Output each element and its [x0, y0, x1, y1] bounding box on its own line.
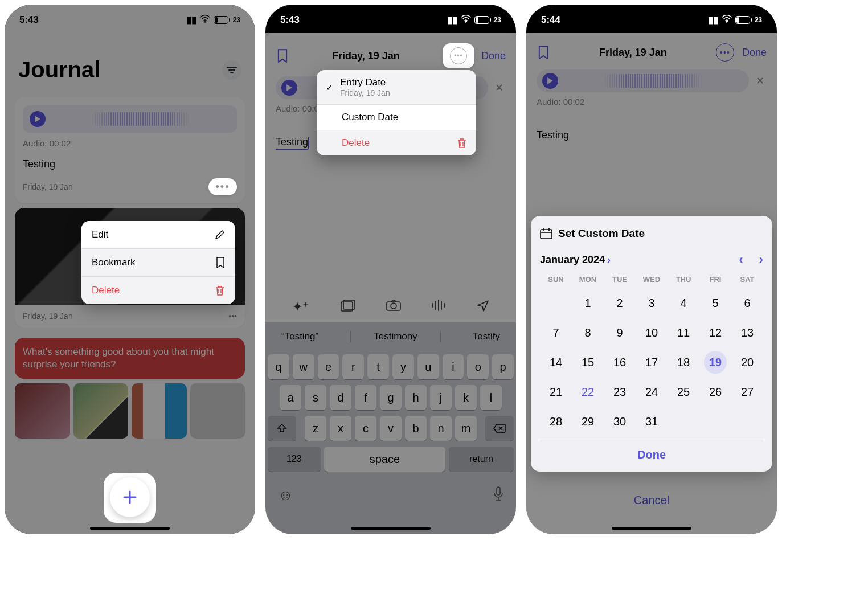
play-button[interactable] [281, 80, 297, 96]
suggestion[interactable]: Testify [473, 331, 500, 342]
calendar-day[interactable]: 24 [636, 379, 668, 404]
calendar-day[interactable]: 29 [572, 409, 604, 434]
journal-entry-card[interactable]: Audio: 00:02 Testing Friday, 19 Jan ••• [15, 97, 245, 203]
photo-thumbnail[interactable] [132, 383, 187, 439]
home-indicator[interactable] [90, 527, 170, 530]
cancel-button[interactable]: Cancel [526, 494, 777, 507]
menu-item-delete[interactable]: Delete [317, 130, 476, 155]
suggestion[interactable]: Testimony [350, 331, 441, 342]
calendar-day[interactable]: 31 [636, 409, 668, 434]
calendar-day[interactable]: 15 [572, 350, 604, 375]
month-picker-button[interactable]: January 2024 › [540, 254, 611, 266]
calendar-day[interactable]: 25 [668, 379, 699, 404]
menu-item-entry-date[interactable]: ✓ Entry Date Friday, 19 Jan [317, 70, 476, 105]
key-f[interactable]: f [355, 385, 376, 410]
calendar-day[interactable]: 12 [699, 320, 731, 345]
key-n[interactable]: n [430, 416, 452, 441]
calendar-day[interactable]: 21 [540, 379, 572, 404]
key-r[interactable]: r [342, 354, 364, 379]
space-key[interactable]: space [324, 447, 446, 472]
key-g[interactable]: g [380, 385, 402, 410]
calendar-day[interactable]: 26 [699, 379, 731, 404]
calendar-day[interactable]: 27 [731, 379, 763, 404]
calendar-day[interactable]: 8 [572, 320, 604, 345]
key-o[interactable]: o [467, 354, 489, 379]
play-button[interactable] [542, 73, 558, 89]
key-y[interactable]: y [392, 354, 414, 379]
reflection-prompt-card[interactable]: What's something good about you that mig… [15, 338, 245, 379]
menu-item-bookmark[interactable]: Bookmark [81, 249, 235, 277]
menu-item-delete[interactable]: Delete [81, 277, 235, 304]
prev-month-button[interactable]: ‹ [739, 252, 743, 267]
calendar-day[interactable]: 17 [636, 350, 668, 375]
audio-icon[interactable] [432, 300, 445, 316]
calendar-day[interactable]: 19 [699, 350, 731, 375]
entry-text-input[interactable]: Testing [276, 136, 308, 150]
photo-thumbnail[interactable] [15, 383, 70, 439]
menu-item-custom-date[interactable]: Custom Date [317, 105, 476, 130]
key-z[interactable]: z [305, 416, 326, 441]
numbers-key[interactable]: 123 [268, 447, 321, 472]
entry-more-button[interactable]: ••• [228, 312, 237, 321]
remove-audio-button[interactable]: ✕ [754, 72, 767, 89]
shift-key[interactable] [268, 416, 296, 441]
date-done-button[interactable]: Done [540, 439, 763, 464]
calendar-day[interactable]: 16 [604, 350, 636, 375]
calendar-day[interactable]: 11 [668, 320, 699, 345]
calendar-day[interactable]: 5 [699, 290, 731, 316]
menu-item-edit[interactable]: Edit [81, 221, 235, 249]
header-more-button[interactable]: ••• [716, 43, 734, 62]
emoji-key[interactable]: ☺ [278, 486, 293, 505]
key-e[interactable]: e [318, 354, 339, 379]
return-key[interactable]: return [449, 447, 514, 472]
key-b[interactable]: b [405, 416, 427, 441]
key-p[interactable]: p [492, 354, 514, 379]
calendar-day[interactable]: 1 [572, 290, 604, 316]
home-indicator[interactable] [351, 527, 431, 530]
calendar-day[interactable]: 28 [540, 409, 572, 434]
calendar-day[interactable]: 7 [540, 320, 572, 345]
remove-audio-button[interactable]: ✕ [493, 79, 506, 96]
key-d[interactable]: d [330, 385, 351, 410]
done-button[interactable]: Done [742, 47, 767, 59]
calendar-day[interactable]: 10 [636, 320, 668, 345]
key-m[interactable]: m [455, 416, 477, 441]
camera-icon[interactable] [386, 300, 401, 316]
done-button[interactable]: Done [481, 50, 506, 62]
backspace-key[interactable] [485, 416, 514, 441]
key-l[interactable]: l [480, 385, 502, 410]
calendar-day[interactable]: 13 [731, 320, 763, 345]
calendar-day[interactable]: 30 [604, 409, 636, 434]
calendar-day[interactable]: 3 [636, 290, 668, 316]
calendar-day[interactable]: 20 [731, 350, 763, 375]
calendar-day[interactable]: 14 [540, 350, 572, 375]
keyboard[interactable]: “Testing” Testimony Testify qwertyuiop a… [265, 322, 516, 534]
key-v[interactable]: v [380, 416, 402, 441]
home-indicator[interactable] [612, 527, 691, 530]
key-q[interactable]: q [268, 354, 289, 379]
photo-thumbnail[interactable] [190, 383, 245, 439]
calendar-day[interactable]: 23 [604, 379, 636, 404]
bookmark-icon[interactable] [537, 46, 550, 59]
next-month-button[interactable]: › [759, 252, 763, 267]
header-more-button[interactable]: ••• [443, 43, 474, 68]
key-t[interactable]: t [367, 354, 389, 379]
calendar-day[interactable]: 4 [668, 290, 699, 316]
audio-clip[interactable] [537, 69, 749, 92]
calendar-day[interactable]: 18 [668, 350, 699, 375]
photo-suggestions-row[interactable] [15, 383, 245, 439]
key-c[interactable]: c [355, 416, 376, 441]
calendar-day[interactable]: 22 [572, 379, 604, 404]
calendar-day[interactable]: 9 [604, 320, 636, 345]
key-x[interactable]: x [330, 416, 351, 441]
photo-thumbnail[interactable] [73, 383, 129, 439]
bookmark-icon[interactable] [276, 49, 289, 63]
key-k[interactable]: k [455, 385, 477, 410]
key-j[interactable]: j [430, 385, 452, 410]
suggestion[interactable]: “Testing” [281, 331, 318, 342]
play-button[interactable] [30, 111, 46, 127]
key-i[interactable]: i [443, 354, 464, 379]
calendar-day[interactable]: 6 [731, 290, 763, 316]
gallery-icon[interactable] [341, 300, 355, 316]
key-w[interactable]: w [293, 354, 314, 379]
